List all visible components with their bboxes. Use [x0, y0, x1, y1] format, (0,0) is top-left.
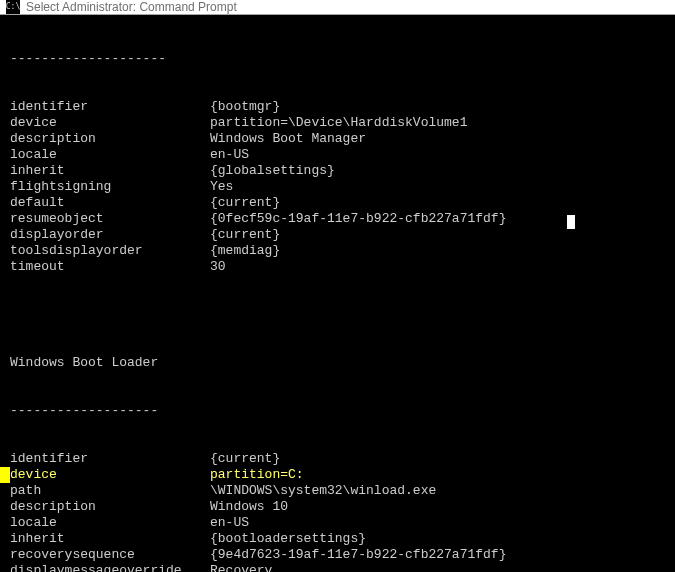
loader-divider: ------------------- [10, 403, 675, 419]
output-row: identifier{current} [10, 451, 675, 467]
output-key: displaymessageoverride [10, 563, 210, 572]
output-key: locale [10, 515, 210, 531]
command-prompt-window: C:\ Select Administrator: Command Prompt… [0, 0, 675, 572]
output-key: description [10, 499, 210, 515]
output-row: default{current} [10, 195, 675, 211]
output-key: identifier [10, 99, 210, 115]
output-value: {current} [210, 227, 675, 243]
output-row: localeen-US [10, 147, 675, 163]
output-value: partition=\Device\HarddiskVolume1 [210, 115, 675, 131]
output-key: path [10, 483, 210, 499]
output-value: en-US [210, 147, 675, 163]
output-row: localeen-US [10, 515, 675, 531]
output-key: timeout [10, 259, 210, 275]
output-value: 30 [210, 259, 675, 275]
output-value: {current} [210, 451, 675, 467]
output-key: inherit [10, 531, 210, 547]
output-key: toolsdisplayorder [10, 243, 210, 259]
output-row: recoverysequence{9e4d7623-19af-11e7-b922… [10, 547, 675, 563]
selection-cursor [567, 215, 575, 229]
window-title: Select Administrator: Command Prompt [26, 0, 237, 14]
output-value: {globalsettings} [210, 163, 675, 179]
output-value: {bootmgr} [210, 99, 675, 115]
terminal-output[interactable]: -------------------- identifier{bootmgr}… [0, 15, 675, 572]
output-key: description [10, 131, 210, 147]
output-value: partition=C: [210, 467, 675, 483]
output-value: en-US [210, 515, 675, 531]
output-value: Windows 10 [210, 499, 675, 515]
cmd-icon: C:\ [6, 0, 20, 14]
output-row: devicepartition=C: [10, 467, 675, 483]
output-row: inherit{bootloadersettings} [10, 531, 675, 547]
output-key: device [10, 467, 210, 483]
output-key: default [10, 195, 210, 211]
output-row: descriptionWindows Boot Manager [10, 131, 675, 147]
output-row: inherit{globalsettings} [10, 163, 675, 179]
output-row: identifier{bootmgr} [10, 99, 675, 115]
output-key: inherit [10, 163, 210, 179]
output-value: {memdiag} [210, 243, 675, 259]
output-row: path\WINDOWS\system32\winload.exe [10, 483, 675, 499]
output-row: flightsigningYes [10, 179, 675, 195]
output-row: displayorder{current} [10, 227, 675, 243]
output-value: \WINDOWS\system32\winload.exe [210, 483, 675, 499]
output-row: resumeobject{0fecf59c-19af-11e7-b922-cfb… [10, 211, 675, 227]
output-key: displayorder [10, 227, 210, 243]
output-value: {current} [210, 195, 675, 211]
output-key: device [10, 115, 210, 131]
output-row: descriptionWindows 10 [10, 499, 675, 515]
output-key: resumeobject [10, 211, 210, 227]
output-row: timeout30 [10, 259, 675, 275]
output-value: {9e4d7623-19af-11e7-b922-cfb227a71fdf} [210, 547, 675, 563]
output-key: recoverysequence [10, 547, 210, 563]
section-divider: -------------------- [10, 51, 675, 67]
output-row: devicepartition=\Device\HarddiskVolume1 [10, 115, 675, 131]
output-key: flightsigning [10, 179, 210, 195]
titlebar[interactable]: C:\ Select Administrator: Command Prompt [0, 0, 675, 15]
blank-line [10, 307, 675, 323]
output-value: Yes [210, 179, 675, 195]
output-value: {bootloadersettings} [210, 531, 675, 547]
output-row: toolsdisplayorder{memdiag} [10, 243, 675, 259]
output-key: locale [10, 147, 210, 163]
output-key: identifier [10, 451, 210, 467]
output-row: displaymessageoverrideRecovery [10, 563, 675, 572]
output-value: Windows Boot Manager [210, 131, 675, 147]
output-value: {0fecf59c-19af-11e7-b922-cfb227a71fdf} [210, 211, 675, 227]
output-value: Recovery [210, 563, 675, 572]
loader-header: Windows Boot Loader [10, 355, 675, 371]
